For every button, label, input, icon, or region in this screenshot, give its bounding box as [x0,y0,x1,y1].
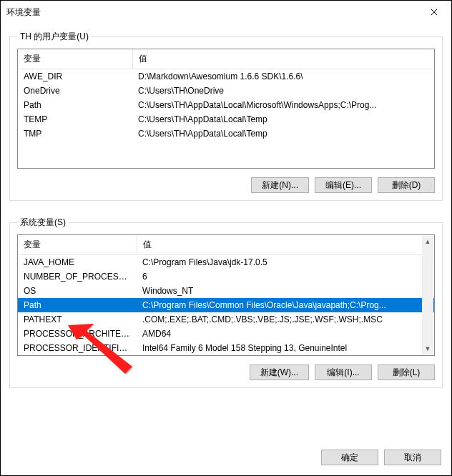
var-cell: PATHEXT [18,312,137,327]
var-cell: OS [18,284,137,298]
sys-col-var[interactable]: 变量 [18,235,137,255]
val-cell: C:\Program Files\Java\jdk-17.0.5 [137,255,434,270]
user-vars-table[interactable]: 变量 值 AWE_DIRD:\Markdown\Awesomium 1.6.6 … [17,49,435,169]
table-row[interactable]: OneDriveC:\Users\TH\OneDrive [18,84,434,98]
var-cell: AWE_DIR [18,69,132,84]
var-cell: TEMP [18,112,132,127]
sys-vars-table[interactable]: 变量 值 JAVA_HOMEC:\Program Files\Java\jdk-… [17,234,435,356]
table-row[interactable]: NUMBER_OF_PROCESSORS6 [18,269,434,284]
sys-edit-button[interactable]: 编辑(I)... [315,365,372,380]
user-delete-button[interactable]: 删除(D) [378,177,435,193]
close-button[interactable] [420,1,448,23]
val-cell: C:\Users\TH\OneDrive [132,84,434,98]
var-cell: Path [18,98,132,112]
sys-vars-group: 系统变量(S) 变量 值 JAVA_HOMEC:\Program Files\J… [9,217,443,388]
window-title: 环境变量 [6,6,420,19]
user-vars-group: TH 的用户变量(U) 变量 值 AWE_DIRD:\Markdown\Awes… [9,31,443,201]
table-row[interactable]: PROCESSOR_ARCHITECT...AMD64 [18,327,434,341]
user-vars-legend: TH 的用户变量(U) [17,31,92,43]
table-row[interactable]: TEMPC:\Users\TH\AppData\Local\Temp [18,112,434,127]
var-cell: TMP [18,127,132,141]
sys-buttons: 新建(W)... 编辑(I)... 删除(L) [17,365,435,380]
user-col-val[interactable]: 值 [132,49,434,69]
scroll-up-icon[interactable]: ▲ [422,236,433,247]
val-cell: AMD64 [137,327,434,341]
table-row[interactable]: PATHEXT.COM;.EXE;.BAT;.CMD;.VBS;.VBE;.JS… [18,312,434,327]
var-cell: JAVA_HOME [18,255,137,270]
val-cell: 6 [137,269,434,284]
var-cell: PROCESSOR_ARCHITECT... [18,327,137,341]
ok-button[interactable]: 确定 [321,450,378,465]
var-cell: OneDrive [18,84,132,98]
user-buttons: 新建(N)... 编辑(E)... 删除(D) [17,177,435,193]
val-cell: Intel64 Family 6 Model 158 Stepping 13, … [137,341,434,355]
table-row[interactable]: JAVA_HOMEC:\Program Files\Java\jdk-17.0.… [18,255,434,270]
val-cell: C:\Program Files\Common Files\Oracle\Jav… [137,298,434,312]
user-edit-button[interactable]: 编辑(E)... [315,177,372,193]
dialog-content: TH 的用户变量(U) 变量 值 AWE_DIRD:\Markdown\Awes… [1,24,451,441]
var-cell: NUMBER_OF_PROCESSORS [18,269,137,284]
sys-vars-legend: 系统变量(S) [17,217,69,229]
scroll-down-icon[interactable]: ▼ [422,343,433,354]
table-row[interactable]: PathC:\Users\TH\AppData\Local\Microsoft\… [18,98,434,112]
val-cell: C:\Users\TH\AppData\Local\Temp [132,127,434,141]
table-row[interactable]: OSWindows_NT [18,284,434,298]
sys-new-button[interactable]: 新建(W)... [250,365,309,380]
table-row[interactable]: TMPC:\Users\TH\AppData\Local\Temp [18,127,434,141]
sys-col-val[interactable]: 值 [137,235,434,255]
var-cell: PROCESSOR_IDENTIFIER [18,341,137,355]
user-new-button[interactable]: 新建(N)... [251,177,309,193]
val-cell: C:\Users\TH\AppData\Local\Microsoft\Wind… [132,98,434,112]
scroll-track[interactable] [422,247,433,343]
cancel-button[interactable]: 取消 [384,450,441,465]
dialog-footer: 确定 取消 [1,441,451,475]
table-row[interactable]: PROCESSOR_IDENTIFIERIntel64 Family 6 Mod… [18,341,434,355]
sys-scrollbar[interactable]: ▲ ▼ [422,236,433,354]
val-cell: Windows_NT [137,284,434,298]
close-icon [431,9,438,16]
val-cell: .COM;.EXE;.BAT;.CMD;.VBS;.VBE;.JS;.JSE;.… [137,312,434,327]
val-cell: C:\Users\TH\AppData\Local\Temp [132,112,434,127]
sys-delete-button[interactable]: 删除(L) [378,365,435,380]
table-row[interactable]: PathC:\Program Files\Common Files\Oracle… [18,298,434,312]
var-cell: Path [18,298,137,312]
titlebar: 环境变量 [1,1,451,24]
val-cell: D:\Markdown\Awesomium 1.6.6 SDK\1.6.6\ [132,69,434,84]
user-col-var[interactable]: 变量 [18,49,132,69]
env-vars-dialog: 环境变量 TH 的用户变量(U) 变量 值 AWE_DIRD:\Markdown… [0,0,452,476]
table-row[interactable]: AWE_DIRD:\Markdown\Awesomium 1.6.6 SDK\1… [18,69,434,84]
